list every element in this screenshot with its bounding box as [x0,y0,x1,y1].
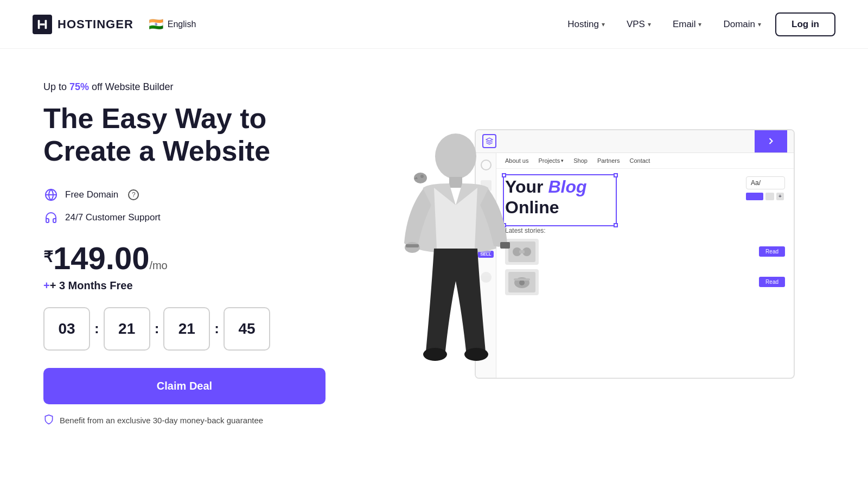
globe-icon [43,187,59,202]
hero-preview: SELL About us Projects ▾ Shop Partners C… [347,118,835,390]
preview-blog-title: Your Blog Online [505,176,587,218]
free-domain-label: Free Domain [65,189,118,200]
svg-point-11 [420,175,424,178]
language-label: English [168,20,196,29]
help-icon[interactable]: ? [128,189,139,200]
nav-domain[interactable]: Domain ▾ [716,15,769,34]
color-swatch-purple [746,193,763,200]
stories-section: Latest stories: [496,222,794,300]
svg-rect-20 [514,278,530,281]
preview-sidebar: SELL [476,153,496,378]
read-button-2[interactable]: Read [759,277,785,287]
nav-vps[interactable]: VPS ▾ [619,15,659,34]
price-value: 149.00 [53,240,149,276]
stories-label: Latest stories: [505,227,785,234]
svg-point-6 [405,242,420,253]
per-month: /mo [149,259,167,271]
language-selector[interactable]: 🇮🇳 English [149,17,196,31]
feature-free-domain: Free Domain ? [43,187,326,202]
svg-rect-5 [449,177,462,188]
preview-logo-icon [482,134,496,148]
shield-icon [43,414,54,427]
font-controls: Aa/ + [746,176,785,200]
svg-rect-1 [45,20,47,29]
countdown-ms: 45 [224,307,270,351]
blog-word1: Your [505,177,544,196]
navbar: HOSTINGER 🇮🇳 English Hosting ▾ VPS ▾ Ema… [0,0,868,49]
preview-hero-area: Your Blog Online Aa/ + [496,169,794,222]
feature-support: 24/7 Customer Support [43,210,326,225]
headline: The Easy Way to Create a Website [43,103,326,168]
nav-email-label: Email [673,19,696,30]
features-list: Free Domain ? 24/7 Customer Support [43,187,326,225]
flag-icon: 🇮🇳 [149,17,163,31]
logo[interactable]: HOSTINGER [33,15,133,34]
countdown-sep-1: : [90,320,104,337]
blog-word2: Online [505,198,559,217]
sell-tool: SELL [478,242,493,258]
chevron-down-icon: ▾ [698,21,701,28]
svg-rect-2 [40,23,44,26]
story-card-1: Read [505,239,785,265]
color-swatch-gray [765,193,774,200]
preview-nav-about: About us [505,157,528,164]
svg-point-19 [519,280,525,285]
blog-title-area: Your Blog Online [505,176,587,218]
tool-icon-2 [481,180,492,191]
logo-icon [33,15,52,34]
h-icon [36,18,48,30]
preview-nav-projects: Projects ▾ [538,157,564,164]
blog-italic: Blog [548,177,586,196]
promo-text: Up to 75% off Website Builder [43,81,326,93]
countdown-timer: 03 : 21 : 21 : 45 [43,307,326,351]
nav-domain-label: Domain [723,19,755,30]
main-content: Up to 75% off Website Builder The Easy W… [0,49,868,448]
story-image-1 [508,241,535,262]
read-button-1[interactable]: Read [759,246,785,257]
website-preview: SELL About us Projects ▾ Shop Partners C… [475,129,795,379]
navbar-left: HOSTINGER 🇮🇳 English [33,15,196,34]
preview-nav-contact: Contact [629,157,650,164]
tool-icon-4 [481,221,492,232]
countdown-sep-3: : [210,320,224,337]
svg-point-4 [435,133,476,179]
story-image-2 [508,272,535,292]
support-label: 24/7 Customer Support [65,212,161,223]
svg-rect-0 [38,20,40,29]
login-button[interactable]: Log in [775,12,835,36]
preview-nav-shop: Shop [573,157,588,164]
guarantee-text: Benefit from an exclusive 30-day money-b… [43,414,326,427]
promo-prefix: Up to [43,81,69,92]
preview-topbar [476,130,794,153]
nav-email[interactable]: Email ▾ [665,15,710,34]
story-card-2: Read [505,269,785,295]
countdown-sep-2: : [150,320,164,337]
add-color-button[interactable]: + [776,193,784,200]
chevron-down-icon: ▾ [648,21,651,28]
promo-suffix: off Website Builder [89,81,173,92]
story-thumb-1 [505,239,539,265]
logo-text: HOSTINGER [58,17,133,31]
story-cards: Read [505,239,785,295]
color-row: + [746,193,785,200]
preview-arrow-button[interactable] [755,130,787,152]
chevron-down-icon: ▾ [758,21,761,28]
headset-icon [43,210,59,225]
claim-deal-button[interactable]: Claim Deal [43,368,326,404]
svg-point-10 [414,173,427,183]
tool-icon-5 [481,272,492,283]
chevron-down-icon: ▾ [602,21,605,28]
font-input[interactable]: Aa/ [746,176,785,189]
nav-vps-label: VPS [627,19,645,30]
currency-symbol: ₹ [43,248,53,266]
promo-percent: 75% [69,81,89,92]
tool-icon-3 [481,201,492,212]
price-section: ₹149.00/mo [43,243,326,274]
countdown-minutes: 21 [104,307,150,351]
corner-handle-tr [614,173,618,177]
preview-nav: About us Projects ▾ Shop Partners Contac… [496,153,794,169]
preview-nav-partners: Partners [597,157,620,164]
navbar-right: Hosting ▾ VPS ▾ Email ▾ Domain ▾ Log in [560,12,835,36]
countdown-seconds: 21 [163,307,210,351]
nav-hosting[interactable]: Hosting ▾ [560,15,612,34]
